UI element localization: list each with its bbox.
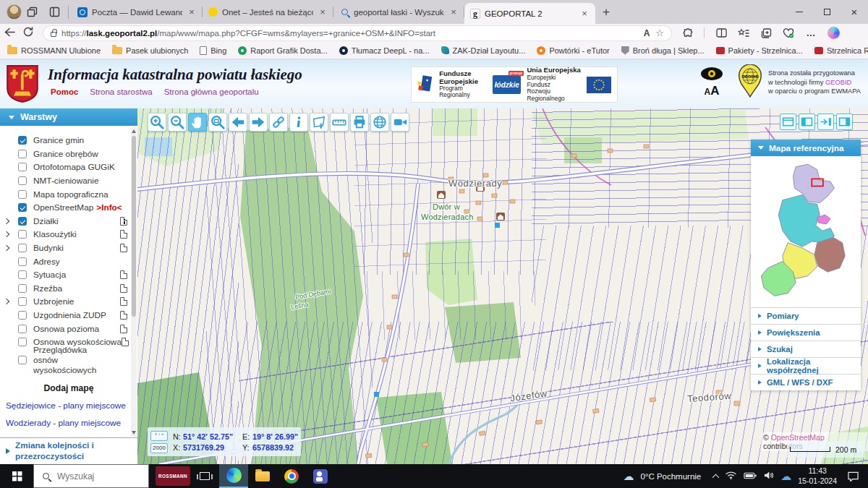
teams-taskbar-button[interactable] xyxy=(306,464,335,488)
tab-close-icon[interactable]: × xyxy=(448,7,459,17)
toggle-right-panel-button[interactable] xyxy=(836,114,853,130)
layer-row[interactable]: Osnowa pozioma xyxy=(0,322,137,335)
legend-doc-icon[interactable] xyxy=(122,338,129,346)
layer-checkbox[interactable] xyxy=(18,190,27,199)
reference-map[interactable] xyxy=(751,156,861,307)
split-screen-icon[interactable] xyxy=(715,27,727,39)
layers-panel-header[interactable]: Warstwy xyxy=(0,108,137,126)
bookmark-item[interactable]: Raport Grafik Dosta... xyxy=(238,46,327,55)
layer-row[interactable]: Przeglądówka osnów wysokościowych xyxy=(0,349,137,372)
link-button[interactable] xyxy=(269,113,288,132)
print-button[interactable] xyxy=(350,113,369,132)
measure-button[interactable] xyxy=(330,113,349,132)
tab-close-icon[interactable]: × xyxy=(318,7,328,17)
accordion-gml-wfs-dxf[interactable]: GML / WFS / DXF xyxy=(751,374,861,390)
taskbar-clock[interactable]: 11:4315-01-2024 xyxy=(798,466,837,485)
battery-icon[interactable] xyxy=(744,470,757,483)
layer-row[interactable]: Budynki xyxy=(0,241,137,255)
legend-doc-icon[interactable] xyxy=(120,311,127,320)
tab-search[interactable]: geoportal łaski - Wyszukaj × xyxy=(333,0,464,24)
tab-onet[interactable]: Onet – Jesteś na bieżąco × xyxy=(203,0,333,24)
layer-order-link[interactable]: Zmiana kolejności i przezroczystości xyxy=(0,437,137,464)
globe-button[interactable] xyxy=(370,113,389,132)
search-input[interactable] xyxy=(56,471,135,482)
map-viewport[interactable]: Wodzierady Dwór w Wodzieradach Pod Dębam… xyxy=(137,108,868,464)
sidebar-scrollbar[interactable] xyxy=(131,127,137,437)
layer-row[interactable]: NMT-cieniowanie xyxy=(0,174,137,188)
layer-row[interactable]: Działki xyxy=(0,215,137,228)
layer-checkbox[interactable] xyxy=(18,163,27,171)
add-map-link[interactable]: Wodzierady - plany miejscowe xyxy=(6,418,137,428)
layer-checkbox[interactable] xyxy=(18,136,27,145)
add-map-link[interactable]: Sędziejowice - plany miejscowe xyxy=(6,401,137,411)
layer-checkbox[interactable] xyxy=(18,257,27,266)
minimize-button[interactable] xyxy=(786,0,813,24)
accordion-powiekszenia[interactable]: Powiększenia xyxy=(751,324,861,341)
start-button[interactable] xyxy=(0,464,33,488)
browser-essentials-icon[interactable] xyxy=(783,27,794,39)
onedrive-icon[interactable]: ☁ xyxy=(780,471,791,481)
explorer-taskbar-button[interactable] xyxy=(248,464,277,488)
layer-row[interactable]: Sytuacja xyxy=(0,268,137,282)
layer-checkbox[interactable] xyxy=(18,325,27,333)
layer-checkbox[interactable] xyxy=(18,203,27,212)
layer-row[interactable]: Klasoużytki xyxy=(0,228,137,241)
expand-icon[interactable] xyxy=(4,231,9,237)
bookmark-item[interactable]: Pakiety - Strzelnica... xyxy=(716,46,803,55)
osm-info-link[interactable]: >Info< xyxy=(96,202,122,213)
rossmann-app-button[interactable]: ROSSMANN xyxy=(156,466,190,486)
taskbar-search[interactable] xyxy=(33,464,149,488)
layer-checkbox[interactable] xyxy=(18,297,27,306)
accordion-lokalizacja[interactable]: Lokalizacja współrzędnej xyxy=(751,357,861,374)
scroll-down-icon[interactable] xyxy=(132,431,136,435)
layer-row[interactable]: Adresy xyxy=(0,254,137,268)
tab-close-icon[interactable]: × xyxy=(187,7,197,17)
layer-row[interactable]: Uzbrojenie xyxy=(0,295,137,309)
refresh-icon[interactable] xyxy=(19,27,38,39)
layer-row[interactable]: Rzeźba xyxy=(0,282,137,296)
new-tab-button[interactable]: + xyxy=(603,5,610,20)
previous-view-button[interactable] xyxy=(229,113,247,132)
bookmark-item[interactable]: Powtórki - eTutor xyxy=(537,46,609,55)
layer-checkbox[interactable] xyxy=(18,284,27,293)
bookmark-item[interactable]: ZAK-Dział Layoutu... xyxy=(441,46,526,55)
favorites-list-icon[interactable] xyxy=(738,27,749,39)
wifi-icon[interactable] xyxy=(725,470,737,483)
bookmark-item[interactable]: Bing xyxy=(200,46,226,55)
accordion-pomiary[interactable]: Pomiary xyxy=(751,307,861,324)
bookmark-item[interactable]: Pasek ulubionych xyxy=(112,46,188,55)
profile-avatar[interactable] xyxy=(7,4,22,20)
layer-checkbox[interactable] xyxy=(18,311,27,320)
url-field[interactable]: https://lask.geoportal2.pl/map/www/mapa.… xyxy=(43,26,671,40)
scroll-up-icon[interactable] xyxy=(132,129,136,133)
tab-close-icon[interactable]: × xyxy=(579,8,590,19)
bookmark-item[interactable]: ROSSMANN Ulubione xyxy=(7,46,101,55)
zoom-in-button[interactable] xyxy=(148,113,166,132)
layer-checkbox[interactable] xyxy=(18,176,27,185)
notification-center-icon[interactable] xyxy=(843,471,862,481)
zoom-out-button[interactable] xyxy=(168,113,187,132)
edge-taskbar-button[interactable] xyxy=(219,464,248,488)
legend-doc-icon[interactable] xyxy=(120,230,127,239)
layer-row[interactable]: Granice obrębów xyxy=(0,147,137,161)
read-aloud-icon[interactable]: A xyxy=(644,28,650,38)
layer-row[interactable]: OpenStreetMap>Info< xyxy=(0,201,137,215)
layer-checkbox[interactable] xyxy=(18,150,27,158)
layer-checkbox[interactable] xyxy=(18,270,27,279)
layer-checkbox[interactable] xyxy=(18,244,27,252)
layer-checkbox[interactable] xyxy=(18,217,27,226)
scale-denominator-button[interactable]: 2000 xyxy=(150,443,168,453)
zoom-window-button[interactable] xyxy=(208,113,227,132)
identify-button[interactable] xyxy=(289,113,308,132)
expand-icon[interactable] xyxy=(4,218,9,223)
tab-poczta[interactable]: Poczta — Dawid Lewandowski — × xyxy=(72,0,203,24)
legend-doc-icon[interactable] xyxy=(120,325,127,333)
volume-icon[interactable] xyxy=(763,470,774,483)
bookmark-item[interactable]: Strzelnica RP - Strze... xyxy=(814,46,868,55)
legend-doc-icon[interactable] xyxy=(120,244,127,252)
weather-icon[interactable]: ☁ xyxy=(623,471,634,481)
extensions-icon[interactable] xyxy=(681,27,693,39)
legend-doc-icon[interactable] xyxy=(120,217,127,226)
identify-area-button[interactable] xyxy=(310,113,328,132)
move-panel-button[interactable] xyxy=(817,114,834,130)
